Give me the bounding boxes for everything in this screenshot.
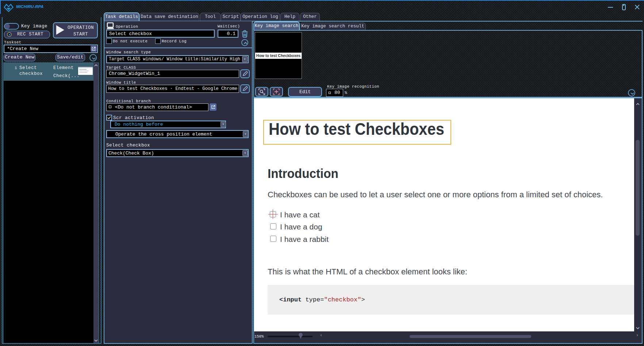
svg-text:MICHIRU-RPA: MICHIRU-RPA [16,4,43,9]
